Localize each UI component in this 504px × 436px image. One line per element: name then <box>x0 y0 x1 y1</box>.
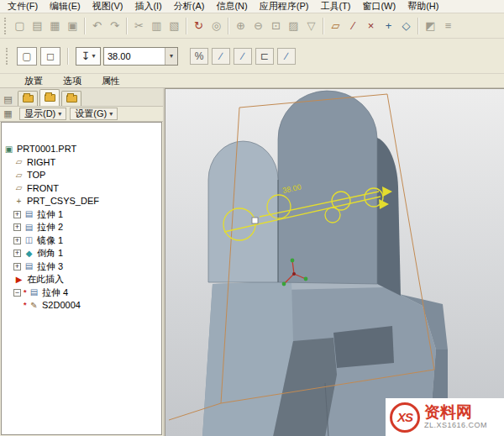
datum-plane-icon: ▱ <box>13 158 24 166</box>
menu-item[interactable]: 文件(F) <box>2 0 44 13</box>
chevron-down-icon: ▾ <box>170 52 173 60</box>
tree-item[interactable]: ▱ FRONT <box>2 182 161 196</box>
repaint-icon: ▨ <box>285 17 302 34</box>
tree-item[interactable]: ▣ PRT0001.PRT <box>2 143 161 156</box>
tree-menubar: ▦ 显示(D) ▾ 设置(G) ▾ <box>0 107 163 122</box>
settings-menu-button[interactable]: 设置(G) ▾ <box>70 108 118 120</box>
regenerate-icon[interactable]: ↻ <box>190 17 207 34</box>
datum-axis-toggle-icon[interactable]: ∕ <box>344 17 362 34</box>
tree-item-label: 倒角 1 <box>37 247 63 260</box>
toolbar-grip[interactable] <box>4 18 8 34</box>
tree-item[interactable]: + PRT_CSYS_DEF <box>2 195 161 208</box>
cut-icon: ✂ <box>130 17 148 34</box>
dashboard-tab[interactable]: 属性 <box>92 75 129 87</box>
extrude-icon: ▤ <box>24 223 34 232</box>
tree-item[interactable]: + ▤ 拉伸 2 <box>2 221 161 234</box>
datum-plane-toggle-icon[interactable]: ▱ <box>327 17 344 34</box>
zoom-in-icon: ⊕ <box>232 17 249 34</box>
datum-point-toggle-icon[interactable]: × <box>362 17 380 34</box>
menu-item[interactable]: 视图(V) <box>87 0 129 13</box>
tree-item[interactable]: ▱ TOP <box>2 169 161 182</box>
symmetric-depth-button[interactable]: ⊏ <box>255 48 274 65</box>
tree-item-label: 镜像 1 <box>37 234 63 248</box>
thicken-sketch-button[interactable]: ∕ <box>234 48 252 65</box>
menu-item[interactable]: 工具(T) <box>314 0 356 13</box>
tree-item-label: TOP <box>27 169 45 182</box>
viewport-canvas[interactable]: 38.00 <box>165 89 503 436</box>
toolbar-separator <box>126 18 128 34</box>
annotation-toggle-icon[interactable]: ◇ <box>397 17 415 34</box>
settings-menu-label: 设置(G) <box>75 108 107 120</box>
corner-icon-slot-2: ▦ <box>2 108 16 120</box>
chevron-down-icon: ▾ <box>92 52 95 60</box>
feature-marker-icon: * <box>24 299 28 313</box>
toolbar-separator <box>186 18 187 34</box>
dashboard-left-buttons: ▢◻ <box>17 47 60 66</box>
tree-expander[interactable]: − <box>13 289 21 297</box>
navigator-grid-icon[interactable]: ▤ <box>2 93 14 106</box>
model-tree: ▣ PRT0001.PRT ▱ RIGHT ▱ TOP ▱ FRONT + PR… <box>1 122 162 435</box>
dashboard-tab[interactable]: 放置 <box>15 75 52 87</box>
show-menu-button[interactable]: 显示(D) ▾ <box>19 108 66 120</box>
depth-type-button[interactable]: ↧ ▾ <box>76 47 101 66</box>
tree-expander[interactable]: + <box>13 263 21 271</box>
redo-icon: ↷ <box>106 17 123 34</box>
tree-item[interactable]: + ▤ 拉伸 3 <box>2 260 161 274</box>
placement-panel-button[interactable]: ▢ <box>17 47 37 66</box>
tree-item[interactable]: + ◫ 镜像 1 <box>2 234 161 248</box>
tree-expander[interactable]: + <box>13 223 21 231</box>
model-3d[interactable] <box>202 91 448 436</box>
folder-tabs <box>18 89 81 106</box>
tree-item-label: S2D0004 <box>42 299 81 313</box>
menu-item[interactable]: 应用程序(P) <box>254 0 315 13</box>
chamfer-icon: ◆ <box>24 250 34 258</box>
dashboard-tabs: 放置选项属性 <box>0 74 504 88</box>
tree-item[interactable]: * ✎ S2D0004 <box>2 299 161 313</box>
menubar: 文件(F)编辑(E)视图(V)插入(I)分析(A)信息(N)应用程序(P)工具(… <box>0 0 504 13</box>
tree-expander[interactable]: + <box>13 211 21 218</box>
menu-item[interactable]: 编辑(E) <box>44 0 87 13</box>
csys-toggle-icon[interactable]: + <box>380 17 397 34</box>
watermark: XS 资料网 ZL.XS1616.COM <box>386 398 504 436</box>
toolbar-separator <box>228 18 229 34</box>
corner-icon-slot-1: ▤ <box>2 93 16 106</box>
navigator-list-icon[interactable]: ▦ <box>2 108 14 120</box>
tree-item-label: 拉伸 2 <box>37 221 63 234</box>
watermark-url: ZL.XS1616.COM <box>424 422 487 430</box>
tree-item[interactable]: ▱ RIGHT <box>2 156 161 170</box>
menu-item[interactable]: 信息(N) <box>210 0 253 13</box>
tree-expander[interactable]: + <box>13 237 21 244</box>
depth-value-input[interactable] <box>104 48 165 65</box>
favorites-tab[interactable] <box>61 91 81 106</box>
dashboard-grip[interactable] <box>6 48 10 65</box>
layer-display-icon: ≡ <box>439 17 457 34</box>
show-menu-label: 显示(D) <box>24 108 55 120</box>
tree-item[interactable]: ▶ 在此插入 <box>2 273 161 286</box>
tree-item[interactable]: + ▤ 拉伸 1 <box>2 208 161 222</box>
menu-item[interactable]: 分析(A) <box>168 0 211 13</box>
hint-panel-button[interactable]: ◻ <box>40 47 60 66</box>
menu-item[interactable]: 插入(I) <box>129 0 167 13</box>
depth-group: ↧ ▾ ▾ <box>76 47 178 66</box>
model-tree-tab[interactable] <box>18 91 38 106</box>
toolbar-icons: ▢▤▦▣↶↷✂▥▧↻◎⊕⊖⊡▨▽▱∕×+◇◩≡ <box>11 17 457 34</box>
toolbar-separator <box>323 18 324 34</box>
drag-handle[interactable] <box>252 218 258 223</box>
dashboard-tab[interactable]: 选项 <box>54 75 91 87</box>
depth-dropdown-button[interactable]: ▾ <box>165 48 177 65</box>
tree-item[interactable]: + ◆ 倒角 1 <box>2 247 161 260</box>
folder-browser-tab[interactable] <box>39 89 60 106</box>
flip-direction-button[interactable]: % <box>190 48 208 65</box>
toolbar-separator <box>417 18 419 34</box>
toolbar-separator <box>84 18 86 34</box>
open-file-icon: ▤ <box>29 17 46 34</box>
change-depth-button[interactable]: ∕ <box>277 48 296 65</box>
tree-expander[interactable]: + <box>13 250 21 257</box>
remove-material-button[interactable]: ∕ <box>212 48 230 65</box>
menu-item[interactable]: 帮助(H) <box>402 0 444 13</box>
extrude-icon: ▤ <box>24 210 34 218</box>
folder-icon <box>45 94 55 102</box>
tree-item[interactable]: − * ▤ 拉伸 4 <box>2 286 161 300</box>
menu-item[interactable]: 窗口(W) <box>356 0 402 13</box>
graphics-viewport[interactable]: 38.00 XS 资料网 ZL.XS1616.COM <box>165 88 504 436</box>
